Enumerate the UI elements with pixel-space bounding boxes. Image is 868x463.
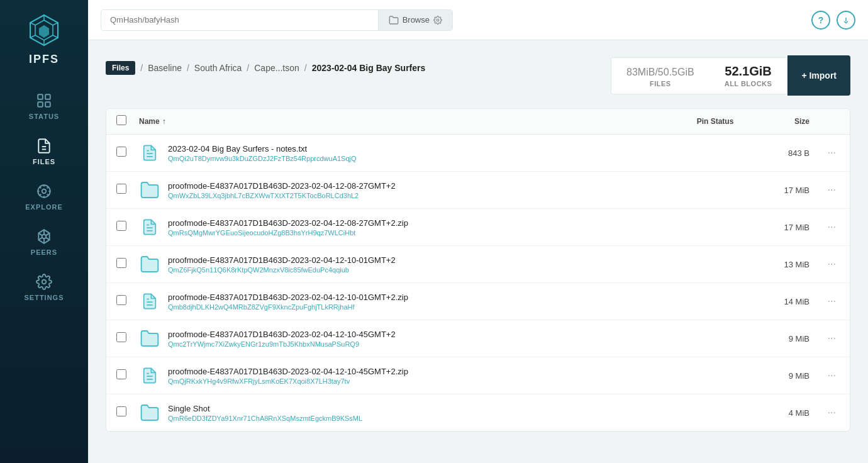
row-menu-button-0[interactable]: ··· (824, 146, 840, 160)
row-menu-button-2[interactable]: ··· (824, 220, 840, 234)
blocks-stat-label: ALL BLOCKS (725, 80, 772, 87)
table-row[interactable]: proofmode-E4837A017D1B463D-2023-02-04-12… (106, 357, 850, 394)
row-checkbox-0[interactable] (116, 147, 126, 157)
sidebar-nav: STATUS FILES EXPLORE (0, 85, 88, 309)
file-actions-7: ··· (810, 406, 840, 420)
breadcrumb-sep-3: / (247, 63, 249, 73)
file-hash-4: Qmb8djhDLKH2wQ4MRbZ8ZVgF9XkncZpuFghjTLkR… (168, 303, 545, 311)
file-actions-3: ··· (810, 257, 840, 271)
topbar: Browse ? (88, 0, 868, 40)
file-actions-6: ··· (810, 369, 840, 382)
row-menu-button-5[interactable]: ··· (824, 332, 840, 345)
search-bar: Browse (101, 9, 453, 31)
file-name-1: proofmode-E4837A017D1B463D-2023-02-04-12… (168, 181, 671, 191)
info-button[interactable] (837, 11, 855, 30)
sidebar-item-status[interactable]: STATUS (0, 85, 88, 128)
top-section: Files / Baseline / South Africa / Cape..… (106, 55, 850, 96)
row-checkbox-2[interactable] (116, 221, 126, 231)
table-row[interactable]: 2023-02-04 Big Bay Surfers - notes.txt Q… (106, 135, 850, 172)
row-checkbox-7[interactable] (116, 406, 126, 416)
sidebar-item-settings[interactable]: SETTINGS (0, 266, 88, 309)
col-size-label: Size (759, 117, 810, 126)
row-menu-button-4[interactable]: ··· (824, 294, 840, 308)
file-hash-6: QmQjRKxkYHg4v9RfwXFRjyLsmKoEK7Xqoi8X7LH3… (168, 377, 545, 385)
svg-rect-10 (45, 94, 50, 99)
file-name-3: proofmode-E4837A017D1B463D-2023-02-04-12… (168, 255, 671, 265)
sidebar-item-label-explore: EXPLORE (25, 203, 63, 211)
row-checkbox-4[interactable] (116, 295, 126, 305)
files-badge[interactable]: Files (106, 61, 135, 75)
col-pin-label: Pin Status (671, 117, 759, 126)
browse-button[interactable]: Browse (378, 10, 452, 30)
files-stat: 83MiB/50.5GiB FILES (611, 57, 709, 94)
row-checkbox-6[interactable] (116, 369, 126, 379)
svg-point-15 (42, 189, 47, 194)
breadcrumb-south-africa[interactable]: South Africa (194, 63, 242, 73)
sidebar-item-files[interactable]: FILES (0, 130, 88, 173)
sidebar: IPFS STATUS FILES (0, 0, 88, 463)
file-size-5: 9 MiB (759, 334, 810, 343)
breadcrumb-baseline[interactable]: Baseline (148, 63, 182, 73)
stats-import-row: 83MiB/50.5GiB FILES 52.1GiB ALL BLOCKS +… (611, 55, 850, 96)
table-row[interactable]: proofmode-E4837A017D1B463D-2023-02-04-12… (106, 283, 850, 320)
file-name-7: Single Shot (168, 404, 671, 413)
svg-line-4 (53, 23, 58, 25)
col-name-label: Name (139, 117, 160, 126)
file-info-0: 2023-02-04 Big Bay Surfers - notes.txt Q… (168, 144, 671, 162)
file-actions-4: ··· (810, 294, 840, 308)
file-info-2: proofmode-E4837A017D1B463D-2023-02-04-12… (168, 218, 671, 237)
file-name-0: 2023-02-04 Big Bay Surfers - notes.txt (168, 144, 671, 153)
file-size-4: 14 MiB (759, 297, 810, 306)
logo: IPFS (26, 13, 62, 66)
files-stat-total: /50.5GiB (655, 67, 694, 77)
search-input[interactable] (101, 10, 378, 30)
blocks-stat: 52.1GiB ALL BLOCKS (709, 57, 788, 94)
logo-text: IPFS (29, 53, 59, 66)
content-area: Files / Baseline / South Africa / Cape..… (88, 40, 868, 463)
table-row[interactable]: Single Shot QmR6eDD3fZDYa91Xnr71ChA8RnXS… (106, 394, 850, 431)
svg-point-24 (42, 280, 47, 284)
row-menu-button-6[interactable]: ··· (824, 369, 840, 382)
file-size-6: 9 MiB (759, 371, 810, 381)
import-button[interactable]: + Import (787, 55, 850, 96)
row-checkbox-3[interactable] (116, 258, 126, 268)
file-actions-2: ··· (810, 220, 840, 234)
sidebar-item-explore[interactable]: EXPLORE (0, 176, 88, 218)
svg-rect-9 (38, 94, 43, 99)
table-row[interactable]: proofmode-E4837A017D1B463D-2023-02-04-12… (106, 172, 850, 209)
file-hash-1: QmWxZbL39LXq3jbhL7cBZXWwTXtXT2T5KTocBoRL… (168, 192, 545, 199)
sort-icon: ↑ (162, 117, 166, 126)
breadcrumb-sep-2: / (187, 63, 189, 73)
row-menu-button-3[interactable]: ··· (824, 257, 840, 271)
file-size-0: 843 B (759, 148, 810, 158)
files-stat-value: 83MiB/50.5GiB (626, 64, 694, 79)
file-size-7: 4 MiB (759, 408, 810, 418)
help-button[interactable]: ? (811, 11, 830, 30)
row-menu-button-1[interactable]: ··· (824, 183, 840, 197)
peers-icon (36, 228, 52, 245)
row-menu-button-7[interactable]: ··· (824, 406, 840, 420)
row-checkbox-1[interactable] (116, 184, 126, 194)
table-row[interactable]: proofmode-E4837A017D1B463D-2023-02-04-12… (106, 246, 850, 283)
blocks-stat-value: 52.1GiB (725, 64, 772, 79)
breadcrumb-sep-1: / (140, 63, 143, 73)
file-actions-5: ··· (810, 332, 840, 345)
settings2-icon (433, 16, 442, 25)
svg-marker-2 (39, 25, 49, 38)
table-row[interactable]: proofmode-E4837A017D1B463D-2023-02-04-12… (106, 209, 850, 246)
file-size-3: 13 MiB (759, 260, 810, 269)
main-area: Browse ? Files / Baseline / (88, 0, 868, 463)
file-name-4: proofmode-E4837A017D1B463D-2023-02-04-12… (168, 293, 671, 302)
files-icon (36, 138, 52, 154)
file-hash-5: Qmc2TrYWjmc7XiZwkyENGr1zu9mTbJ5KhbxNMusa… (168, 340, 545, 348)
sidebar-item-peers[interactable]: PEERS (0, 221, 88, 264)
svg-line-7 (30, 35, 35, 38)
select-all-checkbox[interactable] (116, 115, 126, 125)
table-row[interactable]: proofmode-E4837A017D1B463D-2023-02-04-12… (106, 320, 850, 357)
file-icon-4 (139, 289, 160, 313)
breadcrumb-cape[interactable]: Cape...tson (254, 63, 299, 73)
download-icon (842, 16, 850, 25)
svg-line-8 (30, 23, 35, 25)
file-table: Name ↑ Pin Status Size 2023-02-04 Big Ba… (106, 108, 850, 432)
row-checkbox-5[interactable] (116, 332, 126, 342)
